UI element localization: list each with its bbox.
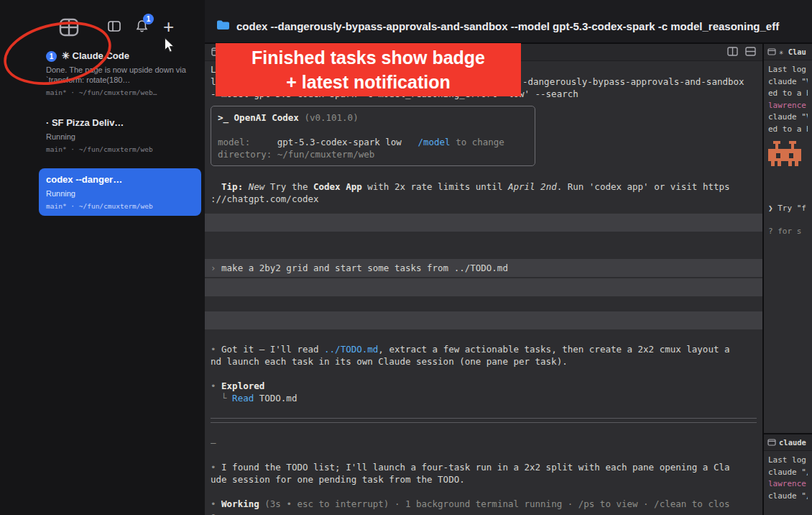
terminal-line: e bbox=[211, 510, 757, 515]
session-item-1[interactable]: · SF Pizza Deliv…Runningmain* · ~/fun/cm… bbox=[39, 111, 201, 159]
terminal-gap bbox=[211, 331, 757, 343]
right-gap bbox=[768, 135, 808, 141]
window-title: codex --dangerously-bypass-approvals-and… bbox=[236, 19, 802, 34]
terminal-pane-icon bbox=[767, 436, 776, 449]
cmux-logo-icon[interactable] bbox=[59, 18, 79, 40]
right-panel-column: ✳ Clau Last logclaude "Ved to a blawrenc… bbox=[764, 44, 812, 515]
right-gap bbox=[768, 174, 808, 203]
right-pane-2-title: claude bbox=[779, 437, 806, 447]
session-branch-path: main* · ~/fun/cmuxterm/web… bbox=[46, 88, 194, 97]
session-title: ✳ Claude Code bbox=[62, 50, 129, 63]
split-columns-icon[interactable] bbox=[727, 46, 738, 59]
session-subtitle: Done. The page is now upside down via `t… bbox=[46, 65, 194, 85]
terminal-output[interactable]: Laslaw-dangerously-bypass-approvals-and-… bbox=[205, 61, 762, 515]
right-terminal-line: ? for s bbox=[768, 226, 808, 238]
terminal-gap bbox=[211, 233, 757, 258]
codex-box-line: >_ OpenAI Codex (v0.101.0) bbox=[218, 111, 528, 124]
divider bbox=[211, 422, 757, 423]
terminal-gap bbox=[211, 368, 757, 380]
composer-row bbox=[205, 278, 762, 296]
session-subtitle: Running bbox=[46, 132, 194, 142]
terminal-line: • Working (3s • esc to interrupt) · 1 ba… bbox=[211, 498, 757, 510]
annotation-banner: Finished tasks show badge + latest notif… bbox=[216, 43, 521, 96]
session-subtitle: Running bbox=[46, 188, 194, 199]
terminal-line: • I found the TODO list; I'll launch a f… bbox=[211, 461, 757, 473]
terminal-line: nd launch each task in its own Claude se… bbox=[211, 355, 757, 368]
terminal-gap bbox=[211, 205, 757, 212]
codex-welcome-box: >_ OpenAI Codex (v0.101.0)model: gpt-5.3… bbox=[211, 106, 535, 166]
right-terminal-line: ed to a b bbox=[768, 124, 808, 136]
composer-row: › make a 2by2 grid and start some tasks … bbox=[205, 259, 762, 277]
terminal-gap bbox=[211, 449, 757, 461]
annotation-banner-line1: Finished tasks show badge bbox=[216, 45, 521, 70]
right-pane-claude-1[interactable]: ✳ Clau Last logclaude "Ved to a blawrenc… bbox=[764, 44, 812, 433]
session-branch-path: main* · ~/fun/cmuxterm/web bbox=[46, 145, 194, 154]
right-terminal-line: claude "V bbox=[768, 111, 808, 124]
divider bbox=[211, 418, 757, 419]
right-terminal-line: lawrence bbox=[768, 478, 808, 491]
right-pane-1-output: Last logclaude "Ved to a blawrenceclaude… bbox=[764, 60, 812, 433]
right-terminal-line: lawrence bbox=[768, 100, 808, 112]
right-pane-1-title: ✳ Clau bbox=[779, 47, 806, 57]
session-list: 1✳ Claude CodeDone. The page is now upsi… bbox=[39, 45, 201, 216]
folder-icon bbox=[216, 19, 230, 33]
terminal-line-fragment: -dangerously-bypass-approvals-and-sandbo… bbox=[522, 76, 744, 88]
session-title: codex --danger… bbox=[46, 173, 122, 186]
codex-box-line bbox=[218, 124, 528, 136]
terminal-gap bbox=[211, 427, 757, 437]
claude-mascot-icon bbox=[768, 141, 808, 174]
right-terminal-line: claude "V bbox=[768, 76, 808, 88]
right-terminal-line: Last log bbox=[768, 64, 808, 76]
terminal-gap bbox=[211, 298, 757, 310]
session-item-2[interactable]: codex --danger…Runningmain* · ~/fun/cmux… bbox=[39, 168, 201, 216]
right-terminal-line: claude "/ bbox=[768, 467, 808, 479]
terminal-pane-icon bbox=[767, 45, 776, 58]
terminal-line: └ Read TODO.md bbox=[211, 392, 757, 404]
composer-row bbox=[205, 214, 762, 232]
right-gap bbox=[768, 214, 808, 226]
split-rows-icon[interactable] bbox=[745, 46, 756, 59]
right-pane-1-header: ✳ Clau bbox=[764, 44, 812, 60]
terminal-line: Tip: New Try the Codex App with 2x rate … bbox=[211, 181, 757, 193]
terminal-gap bbox=[211, 486, 757, 498]
annotation-banner-line2: + latest notification bbox=[216, 70, 521, 94]
terminal-line: • Got it — I'll read ../TODO.md, extract… bbox=[211, 343, 757, 355]
unread-badge: 1 bbox=[46, 51, 57, 62]
session-item-0[interactable]: 1✳ Claude CodeDone. The page is now upsi… bbox=[39, 45, 201, 102]
composer-row bbox=[205, 311, 762, 329]
notification-badge: 1 bbox=[143, 14, 154, 24]
new-session-icon[interactable]: + bbox=[163, 17, 174, 36]
right-pane-claude-2[interactable]: claude Last logclaude "/lawrenceclaude "… bbox=[764, 434, 812, 515]
right-pane-2-output: Last logclaude "/lawrenceclaude "/ bbox=[764, 451, 812, 515]
terminal-gap bbox=[211, 172, 757, 181]
right-terminal-line: claude "/ bbox=[768, 491, 808, 503]
app-window: 1 + 1✳ Claude CodeDone. The page is now … bbox=[0, 0, 812, 515]
titlebar: codex --dangerously-bypass-approvals-and… bbox=[205, 0, 812, 42]
right-terminal-line: ed to a b bbox=[768, 88, 808, 100]
terminal-line: • Explored bbox=[211, 380, 757, 392]
terminal-line: — bbox=[211, 437, 757, 449]
terminal-line: ude session for one pending task from th… bbox=[211, 473, 757, 486]
right-terminal-line: Last log bbox=[768, 455, 808, 467]
session-branch-path: main* · ~/fun/cmuxterm/web bbox=[46, 201, 194, 211]
codex-box-line: directory: ~/fun/cmuxterm/web bbox=[218, 148, 528, 160]
terminal-gap bbox=[211, 404, 757, 416]
codex-box-line: model: gpt-5.3-codex-spark low /model to… bbox=[218, 136, 528, 148]
session-title: · SF Pizza Deliv… bbox=[46, 117, 124, 129]
sidebar: 1 + 1✳ Claude CodeDone. The page is now … bbox=[0, 0, 205, 515]
terminal-pane[interactable]: Laslaw-dangerously-bypass-approvals-and-… bbox=[205, 44, 762, 515]
right-terminal-line: ❯ Try "f bbox=[768, 203, 808, 215]
right-pane-2-header: claude bbox=[764, 434, 812, 451]
terminal-line: ://chatgpt.com/codex bbox=[211, 193, 757, 205]
sidebar-toggle-icon[interactable] bbox=[108, 21, 121, 35]
